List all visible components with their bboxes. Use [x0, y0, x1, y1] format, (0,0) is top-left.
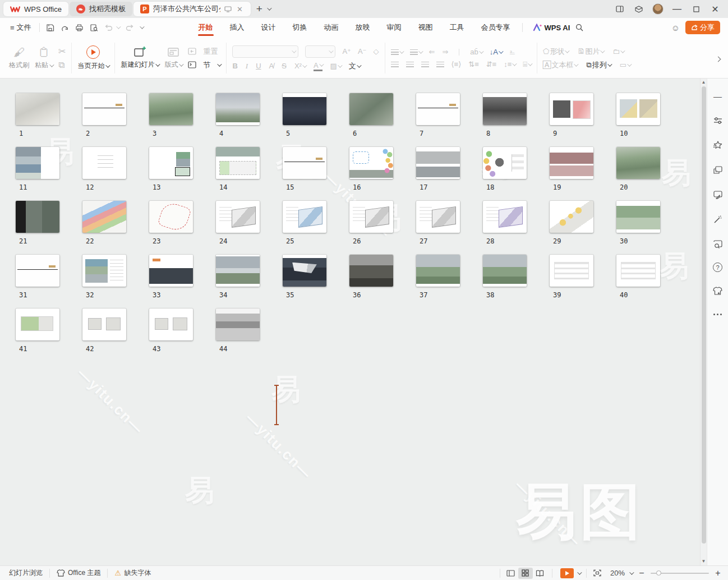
- slide-thumbnail-12[interactable]: [82, 147, 126, 179]
- normal-view-button[interactable]: [504, 568, 518, 579]
- undo-icon[interactable]: [102, 21, 116, 34]
- slide-thumbnail-9[interactable]: [550, 93, 593, 125]
- tab-home[interactable]: 开始: [190, 18, 222, 37]
- slide-thumbnail-6[interactable]: [349, 93, 393, 125]
- slide-thumbnail-27[interactable]: [416, 201, 460, 233]
- slide-thumbnail-30[interactable]: [616, 201, 660, 233]
- tab-docer-templates[interactable]: ❧ 找稻壳模板: [70, 2, 132, 16]
- slide-thumbnail-10[interactable]: [616, 93, 660, 125]
- ribbon-expand-button[interactable]: [712, 49, 724, 68]
- slide-thumbnail-35[interactable]: [283, 255, 326, 287]
- slide-thumbnail-17[interactable]: [416, 147, 460, 179]
- slide-thumbnail-23[interactable]: [149, 201, 193, 233]
- minimize-button[interactable]: —: [669, 2, 685, 16]
- scrollbar-thumb[interactable]: [702, 86, 706, 544]
- slide-thumbnail-43[interactable]: [149, 309, 193, 340]
- font-name-combobox[interactable]: [232, 45, 298, 58]
- zoom-out-button[interactable]: −: [637, 568, 646, 578]
- decrease-font-icon[interactable]: A⁻: [358, 47, 367, 56]
- save-icon[interactable]: [43, 21, 58, 34]
- slide-thumbnail-1[interactable]: [16, 93, 59, 125]
- fill-color-icon[interactable]: 🗀: [612, 47, 624, 56]
- slide-thumbnail-38[interactable]: [483, 255, 527, 287]
- char-border-icon[interactable]: A̸: [269, 62, 274, 70]
- slide-thumbnail-15[interactable]: [283, 147, 326, 179]
- undo-chevron-icon[interactable]: [116, 24, 121, 29]
- fit-to-window-button[interactable]: [590, 568, 605, 579]
- text-direction-icon[interactable]: ab̄: [470, 48, 482, 56]
- distribute-icon[interactable]: ⟨≡⟩: [451, 60, 462, 68]
- zoom-in-button[interactable]: +: [713, 568, 722, 578]
- slide-thumbnail-31[interactable]: [16, 255, 59, 287]
- effects-star-icon[interactable]: [712, 139, 724, 151]
- theme-indicator[interactable]: Office 主题: [53, 568, 104, 578]
- increase-font-icon[interactable]: A⁺: [342, 47, 351, 56]
- tab-review[interactable]: 审阅: [379, 18, 410, 37]
- material-shapes-icon[interactable]: [712, 164, 724, 176]
- wps-ai-button[interactable]: WPS AI: [533, 24, 570, 32]
- slide-thumbnail-14[interactable]: [216, 147, 260, 179]
- slide-thumbnail-18[interactable]: [483, 147, 527, 179]
- design-assistant-icon[interactable]: [712, 188, 724, 201]
- tab-insert[interactable]: 插入: [222, 18, 253, 37]
- font-size-combobox[interactable]: [305, 45, 335, 58]
- line-spacing-icon[interactable]: ↕≡: [504, 60, 515, 68]
- help-icon[interactable]: ?: [713, 263, 722, 272]
- tab-document[interactable]: P 菏泽市公共汽车公司公交枢纽 ✕: [133, 2, 251, 16]
- smart-beautify-wand-icon[interactable]: [712, 213, 724, 225]
- maximize-button[interactable]: [688, 2, 704, 16]
- underline-icon[interactable]: U: [256, 62, 261, 70]
- decrease-indent-icon[interactable]: ⇐: [429, 48, 435, 56]
- slide-thumbnail-3[interactable]: [149, 93, 193, 125]
- tab-animations[interactable]: 动画: [316, 18, 347, 37]
- row-spacing-icon[interactable]: ⇅≡: [468, 60, 478, 68]
- slide-thumbnail-22[interactable]: [82, 201, 126, 233]
- superscript-icon[interactable]: X²: [294, 62, 306, 70]
- user-avatar[interactable]: [649, 2, 666, 16]
- numbered-list-icon[interactable]: [410, 49, 422, 55]
- slide-thumbnail-19[interactable]: [550, 147, 593, 179]
- more-tools-icon[interactable]: [713, 314, 722, 315]
- zoom-slider-knob[interactable]: [656, 570, 661, 576]
- strikethrough-icon[interactable]: S: [282, 62, 287, 70]
- slide-thumbnail-8[interactable]: [483, 93, 527, 125]
- tab-design[interactable]: 设计: [253, 18, 284, 37]
- slide-thumbnail-5[interactable]: [283, 93, 326, 125]
- tab-wps-office[interactable]: WPS Office: [3, 2, 68, 16]
- zoom-chevron-icon[interactable]: [629, 570, 634, 574]
- scroll-up-icon[interactable]: ▲: [702, 80, 706, 85]
- section-button[interactable]: 节: [188, 60, 220, 70]
- new-slide-button[interactable]: 新建幻灯片: [121, 47, 159, 70]
- textbox-button[interactable]: 🄰 文本框: [543, 60, 577, 70]
- close-window-button[interactable]: ✕: [707, 2, 724, 16]
- slide-thumbnail-2[interactable]: [82, 93, 126, 125]
- slide-thumbnail-25[interactable]: [283, 201, 326, 233]
- widgets-icon[interactable]: [630, 2, 647, 16]
- align-right-icon[interactable]: [421, 62, 429, 67]
- increase-indent-icon[interactable]: ⇒: [442, 48, 448, 56]
- slide-thumbnail-28[interactable]: [483, 201, 527, 233]
- tab-list-chevron-icon[interactable]: [267, 6, 271, 10]
- reading-view-button[interactable]: [533, 568, 547, 579]
- tab-slideshow[interactable]: 放映: [347, 18, 379, 37]
- vertical-text-icon[interactable]: ↓A: [490, 48, 502, 56]
- slide-thumbnail-41[interactable]: [16, 309, 59, 340]
- slide-thumbnail-24[interactable]: [216, 201, 260, 233]
- file-menu[interactable]: ≡ 文件: [6, 22, 36, 33]
- slide-thumbnail-37[interactable]: [416, 255, 460, 287]
- outline-color-icon[interactable]: ▭: [620, 61, 630, 69]
- find-image-icon[interactable]: [712, 238, 724, 250]
- zoom-slider[interactable]: [651, 573, 709, 574]
- slide-sorter-canvas[interactable]: 易易易易易易易易易易易易—yitu.cn——yitu.cn——yitu.cn——…: [0, 79, 700, 565]
- slide-thumbnail-4[interactable]: [216, 93, 260, 125]
- bullet-list-icon[interactable]: [391, 49, 403, 55]
- slide-thumbnail-39[interactable]: [550, 255, 593, 287]
- close-tab-icon[interactable]: ✕: [236, 5, 244, 13]
- vertical-scrollbar[interactable]: ▲ ▼: [700, 79, 707, 565]
- slide-thumbnail-20[interactable]: [616, 147, 660, 179]
- slide-thumbnail-29[interactable]: [550, 201, 593, 233]
- slide-thumbnail-32[interactable]: [82, 255, 126, 287]
- redo-icon[interactable]: [123, 21, 137, 34]
- slide-thumbnail-11[interactable]: [16, 147, 59, 179]
- print-icon[interactable]: [72, 21, 87, 34]
